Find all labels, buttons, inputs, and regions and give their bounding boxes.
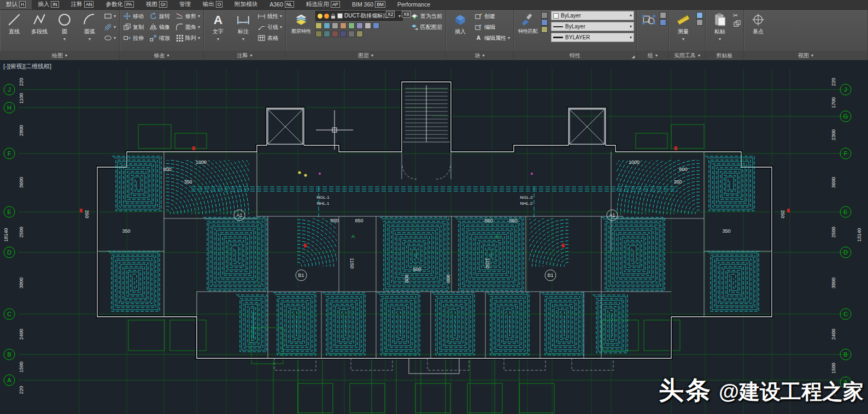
insert-block-button[interactable]: 插入	[448, 11, 472, 36]
layer-freeze-all-icon[interactable]	[315, 31, 322, 37]
linear-dim-button[interactable]: 线性▾	[256, 11, 283, 21]
text-button[interactable]: A 文字 ▾	[206, 11, 230, 42]
panel-modify: 移动 旋转 修剪▾ 复制 镜像 圆角▾ 拉伸 缩放 阵列▾ 修改▾	[120, 10, 204, 60]
tab-view[interactable]: 视图GI	[140, 0, 173, 9]
set-current-layer-button[interactable]: 置为当前	[409, 11, 443, 21]
svg-text:G: G	[843, 113, 848, 120]
layer-merge-icon[interactable]	[365, 22, 371, 29]
tab-addins[interactable]: 附加模块	[228, 0, 263, 9]
copy-clip-icon[interactable]	[733, 20, 741, 28]
circle-button[interactable]: 圆 ▾	[52, 11, 77, 42]
group-edit-icon[interactable]	[660, 19, 666, 26]
svg-text:B1: B1	[547, 273, 553, 278]
polyline-button[interactable]: 多段线	[27, 11, 51, 36]
tab-bim360[interactable]: BIM 360BM	[346, 0, 391, 9]
group-button[interactable]	[639, 11, 659, 27]
properties-list-icon[interactable]	[541, 12, 548, 19]
svg-text:220: 220	[831, 78, 836, 86]
ungroup-icon[interactable]	[660, 12, 666, 19]
match-properties-button[interactable]: 特性匹配	[516, 11, 540, 35]
quick-calc-icon[interactable]	[696, 12, 703, 19]
array-button[interactable]: 阵列▾	[174, 33, 201, 43]
create-block-button[interactable]: 创建	[473, 11, 511, 21]
layer-properties-button[interactable]: 图层特性	[288, 11, 314, 35]
dialog-launcher-icon[interactable]: ◢	[632, 55, 635, 59]
layer-thaw-all-icon[interactable]	[324, 31, 330, 37]
color-select[interactable]: ByLayer▾	[551, 11, 634, 20]
edit-attributes-button[interactable]: A编辑属性▾	[473, 33, 511, 43]
layer-unisolate-icon[interactable]	[348, 22, 355, 29]
fillet-button[interactable]: 圆角▾	[174, 22, 201, 32]
base-point-button[interactable]: 基点	[746, 11, 770, 36]
tab-a360[interactable]: A360NL	[263, 0, 300, 9]
svg-text:350: 350	[673, 179, 682, 185]
rotate-button[interactable]: 旋转	[148, 11, 171, 21]
match-layer-button[interactable]: 匹配图层	[409, 22, 443, 32]
panel-label-properties[interactable]: 特性◢	[514, 51, 636, 60]
stretch-button[interactable]: 拉伸	[122, 33, 145, 43]
cut-icon[interactable]: ✂	[733, 12, 741, 19]
panel-label-utilities[interactable]: 实用工具▾	[669, 51, 705, 60]
svg-text:900: 900	[404, 274, 409, 282]
trim-button[interactable]: 修剪▾	[174, 11, 201, 21]
lineweight-select[interactable]: BYLAYER▾	[551, 33, 634, 42]
arc-button[interactable]: 圆弧 ▾	[78, 11, 102, 42]
panel-label-modify[interactable]: 修改▾	[120, 51, 203, 60]
panel-label-view[interactable]: 视图▾	[744, 51, 867, 60]
dropdown-arrow-icon: ▾	[242, 37, 244, 42]
tab-featured-apps[interactable]: 精选应用AP	[300, 0, 346, 9]
dropdown-arrow-icon: ▾	[114, 36, 116, 40]
rectangle-tool-button[interactable]: ▾	[103, 11, 117, 21]
layer-isolate-icon[interactable]	[340, 22, 347, 29]
table-button[interactable]: 表格	[256, 33, 283, 43]
panel-label-layers[interactable]: 图层▾	[286, 51, 445, 60]
drawing-canvas[interactable]: [-][俯视][二维线框] JHFEDCBAJGFEDCBA2201100280…	[0, 60, 868, 414]
edit-block-button[interactable]: 编辑	[473, 22, 511, 32]
mirror-button[interactable]: 镜像	[148, 22, 171, 32]
layer-delete-icon[interactable]	[373, 22, 379, 29]
panel-label-block[interactable]: 块▾	[446, 51, 513, 60]
tab-output[interactable]: 输出O	[197, 0, 229, 9]
layer-stack-icon	[294, 13, 308, 27]
leader-button[interactable]: 引线▾	[256, 22, 283, 32]
tab-parametric[interactable]: 参数化PA	[99, 0, 139, 9]
properties-transparency-icon[interactable]	[541, 19, 548, 26]
layer-state-icon[interactable]	[348, 31, 355, 37]
panel-label-draw[interactable]: 绘图▾	[0, 51, 119, 60]
line-icon	[7, 13, 21, 27]
tab-insert[interactable]: 插入IN	[32, 0, 65, 9]
measure-button[interactable]: 测量 ▾	[671, 11, 695, 42]
layer-off-icon[interactable]	[315, 22, 322, 29]
dimension-button[interactable]: 标注 ▾	[231, 11, 255, 42]
copy-button[interactable]: 复制	[122, 22, 145, 32]
panel-label-clipboard[interactable]: 剪贴板	[706, 51, 743, 60]
hatch-tool-button[interactable]: ▾	[103, 22, 117, 32]
tab-home[interactable]: 默认H	[0, 0, 32, 9]
edit-block-icon	[474, 23, 483, 31]
layer-lock-all-icon[interactable]	[332, 31, 338, 37]
ellipse-tool-button[interactable]: ▾	[103, 33, 117, 43]
viewport-controls[interactable]: [-][俯视][二维线框]	[3, 62, 51, 70]
move-button[interactable]: 移动	[122, 11, 145, 21]
line-button[interactable]: 直线	[2, 11, 26, 36]
tab-annotate[interactable]: 注释AN	[65, 0, 100, 9]
panel-label-group[interactable]: 组▾	[637, 51, 668, 60]
dropdown-arrow-icon: ▾	[114, 25, 116, 29]
panel-label-annotate[interactable]: 注释▾	[204, 51, 285, 60]
tab-performance[interactable]: Performance	[391, 0, 436, 9]
layer-fade-icon[interactable]	[356, 31, 363, 37]
linetype-select[interactable]: ByLayer▾	[551, 22, 634, 31]
layer-walk-icon[interactable]	[356, 22, 363, 29]
dropdown-arrow-icon: ▾	[655, 53, 658, 58]
layer-freeze-icon[interactable]	[324, 22, 330, 29]
scale-button[interactable]: 缩放	[148, 33, 171, 43]
table-icon	[257, 34, 266, 42]
layer-lock-tool-icon[interactable]	[332, 22, 338, 29]
svg-text:2300: 2300	[831, 129, 836, 140]
properties-lineweight-icon[interactable]	[541, 26, 548, 33]
layer-unlock-all-icon[interactable]	[340, 31, 347, 37]
id-point-icon[interactable]	[696, 19, 703, 26]
keytip-badge: AN	[84, 1, 94, 8]
paste-button[interactable]: 粘贴 ▾	[708, 11, 732, 42]
tab-manage[interactable]: 管理	[173, 0, 197, 9]
